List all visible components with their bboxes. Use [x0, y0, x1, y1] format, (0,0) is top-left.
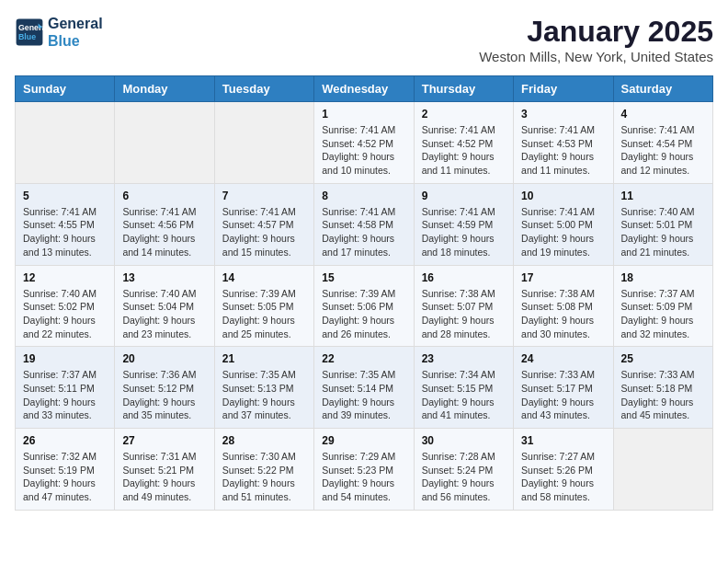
- calendar-cell: 1Sunrise: 7:41 AMSunset: 4:52 PMDaylight…: [314, 102, 414, 184]
- logo-icon: General Blue: [15, 17, 44, 47]
- day-number: 4: [621, 108, 705, 121]
- day-number: 6: [122, 190, 206, 202]
- calendar-body: 1Sunrise: 7:41 AMSunset: 4:52 PMDaylight…: [16, 102, 713, 511]
- weekday-row: SundayMondayTuesdayWednesdayThursdayFrid…: [16, 76, 713, 102]
- day-number: 23: [422, 352, 506, 365]
- weekday-header-thursday: Thursday: [414, 76, 513, 102]
- logo-text-blue: Blue: [48, 32, 103, 50]
- day-info: Sunrise: 7:34 AMSunset: 5:15 PMDaylight:…: [422, 368, 506, 422]
- calendar-cell: 4Sunrise: 7:41 AMSunset: 4:54 PMDaylight…: [613, 102, 712, 184]
- calendar-cell: 7Sunrise: 7:41 AMSunset: 4:57 PMDaylight…: [214, 183, 313, 265]
- day-number: 11: [621, 190, 705, 202]
- calendar-cell: 31Sunrise: 7:27 AMSunset: 5:26 PMDayligh…: [514, 429, 613, 511]
- calendar-cell: 3Sunrise: 7:41 AMSunset: 4:53 PMDaylight…: [514, 102, 613, 184]
- day-number: 2: [422, 108, 506, 121]
- week-row-5: 26Sunrise: 7:32 AMSunset: 5:19 PMDayligh…: [16, 429, 713, 511]
- calendar-cell: 9Sunrise: 7:41 AMSunset: 4:59 PMDaylight…: [414, 183, 513, 265]
- calendar-cell: [115, 102, 214, 184]
- title-block: January 2025 Weston Mills, New York, Uni…: [479, 15, 713, 64]
- calendar-cell: 12Sunrise: 7:40 AMSunset: 5:02 PMDayligh…: [16, 265, 115, 347]
- day-info: Sunrise: 7:33 AMSunset: 5:17 PMDaylight:…: [521, 368, 605, 422]
- day-number: 12: [23, 271, 107, 284]
- calendar-cell: 25Sunrise: 7:33 AMSunset: 5:18 PMDayligh…: [613, 347, 712, 429]
- weekday-header-tuesday: Tuesday: [214, 76, 313, 102]
- calendar-cell: [16, 102, 115, 184]
- day-info: Sunrise: 7:41 AMSunset: 4:52 PMDaylight:…: [322, 123, 405, 178]
- calendar-cell: 20Sunrise: 7:36 AMSunset: 5:12 PMDayligh…: [115, 347, 214, 429]
- location-text: Weston Mills, New York, United States: [479, 49, 713, 64]
- day-number: 28: [222, 434, 306, 447]
- day-info: Sunrise: 7:39 AMSunset: 5:06 PMDaylight:…: [322, 287, 405, 341]
- day-number: 20: [122, 352, 206, 365]
- weekday-header-wednesday: Wednesday: [314, 76, 414, 102]
- day-number: 29: [322, 434, 405, 447]
- day-info: Sunrise: 7:41 AMSunset: 5:00 PMDaylight:…: [521, 205, 605, 259]
- calendar-cell: 2Sunrise: 7:41 AMSunset: 4:52 PMDaylight…: [414, 102, 513, 184]
- weekday-header-monday: Monday: [115, 76, 214, 102]
- svg-text:General: General: [18, 24, 44, 33]
- day-info: Sunrise: 7:28 AMSunset: 5:24 PMDaylight:…: [422, 450, 506, 504]
- day-number: 9: [422, 190, 506, 202]
- day-number: 14: [222, 271, 306, 284]
- day-info: Sunrise: 7:27 AMSunset: 5:26 PMDaylight:…: [521, 450, 605, 504]
- day-number: 19: [23, 352, 107, 365]
- day-number: 15: [322, 271, 405, 284]
- calendar-cell: 15Sunrise: 7:39 AMSunset: 5:06 PMDayligh…: [314, 265, 414, 347]
- day-number: 16: [422, 271, 506, 284]
- weekday-header-friday: Friday: [514, 76, 613, 102]
- day-number: 5: [23, 190, 107, 202]
- week-row-3: 12Sunrise: 7:40 AMSunset: 5:02 PMDayligh…: [16, 265, 713, 347]
- calendar-cell: 21Sunrise: 7:35 AMSunset: 5:13 PMDayligh…: [214, 347, 313, 429]
- month-title: January 2025: [479, 15, 713, 49]
- day-info: Sunrise: 7:41 AMSunset: 4:59 PMDaylight:…: [422, 205, 506, 259]
- day-info: Sunrise: 7:41 AMSunset: 4:54 PMDaylight:…: [621, 123, 705, 178]
- logo-text-general: General: [48, 15, 103, 32]
- calendar-cell: 6Sunrise: 7:41 AMSunset: 4:56 PMDaylight…: [115, 183, 214, 265]
- page-header: General Blue General Blue January 2025 W…: [15, 15, 713, 64]
- day-info: Sunrise: 7:33 AMSunset: 5:18 PMDaylight:…: [621, 368, 705, 422]
- day-info: Sunrise: 7:41 AMSunset: 4:56 PMDaylight:…: [122, 205, 206, 259]
- day-number: 1: [322, 108, 405, 121]
- day-number: 30: [422, 434, 506, 447]
- calendar-cell: 26Sunrise: 7:32 AMSunset: 5:19 PMDayligh…: [16, 429, 115, 511]
- day-number: 24: [521, 352, 605, 365]
- day-info: Sunrise: 7:37 AMSunset: 5:11 PMDaylight:…: [23, 368, 107, 422]
- calendar-cell: [613, 429, 712, 511]
- calendar-cell: 8Sunrise: 7:41 AMSunset: 4:58 PMDaylight…: [314, 183, 414, 265]
- day-info: Sunrise: 7:41 AMSunset: 4:53 PMDaylight:…: [521, 123, 605, 178]
- calendar-table: SundayMondayTuesdayWednesdayThursdayFrid…: [15, 75, 713, 511]
- day-info: Sunrise: 7:30 AMSunset: 5:22 PMDaylight:…: [222, 450, 306, 504]
- calendar-cell: 28Sunrise: 7:30 AMSunset: 5:22 PMDayligh…: [214, 429, 313, 511]
- week-row-2: 5Sunrise: 7:41 AMSunset: 4:55 PMDaylight…: [16, 183, 713, 265]
- calendar-cell: 30Sunrise: 7:28 AMSunset: 5:24 PMDayligh…: [414, 429, 513, 511]
- calendar-cell: [214, 102, 313, 184]
- day-number: 31: [521, 434, 605, 447]
- calendar-cell: 13Sunrise: 7:40 AMSunset: 5:04 PMDayligh…: [115, 265, 214, 347]
- weekday-header-sunday: Sunday: [16, 76, 115, 102]
- day-info: Sunrise: 7:39 AMSunset: 5:05 PMDaylight:…: [222, 287, 306, 341]
- day-number: 26: [23, 434, 107, 447]
- day-number: 18: [621, 271, 705, 284]
- day-info: Sunrise: 7:37 AMSunset: 5:09 PMDaylight:…: [621, 287, 705, 341]
- day-info: Sunrise: 7:36 AMSunset: 5:12 PMDaylight:…: [122, 368, 206, 422]
- day-info: Sunrise: 7:41 AMSunset: 4:57 PMDaylight:…: [222, 205, 306, 259]
- day-info: Sunrise: 7:40 AMSunset: 5:02 PMDaylight:…: [23, 287, 107, 341]
- calendar-cell: 23Sunrise: 7:34 AMSunset: 5:15 PMDayligh…: [414, 347, 513, 429]
- calendar-cell: 5Sunrise: 7:41 AMSunset: 4:55 PMDaylight…: [16, 183, 115, 265]
- weekday-header-saturday: Saturday: [613, 76, 712, 102]
- day-info: Sunrise: 7:38 AMSunset: 5:07 PMDaylight:…: [422, 287, 506, 341]
- day-info: Sunrise: 7:29 AMSunset: 5:23 PMDaylight:…: [322, 450, 405, 504]
- day-info: Sunrise: 7:40 AMSunset: 5:01 PMDaylight:…: [621, 205, 705, 259]
- day-number: 13: [122, 271, 206, 284]
- day-number: 7: [222, 190, 306, 202]
- day-info: Sunrise: 7:38 AMSunset: 5:08 PMDaylight:…: [521, 287, 605, 341]
- calendar-cell: 11Sunrise: 7:40 AMSunset: 5:01 PMDayligh…: [613, 183, 712, 265]
- calendar-cell: 16Sunrise: 7:38 AMSunset: 5:07 PMDayligh…: [414, 265, 513, 347]
- day-number: 8: [322, 190, 405, 202]
- calendar-cell: 22Sunrise: 7:35 AMSunset: 5:14 PMDayligh…: [314, 347, 414, 429]
- week-row-4: 19Sunrise: 7:37 AMSunset: 5:11 PMDayligh…: [16, 347, 713, 429]
- day-number: 27: [122, 434, 206, 447]
- day-number: 25: [621, 352, 705, 365]
- calendar-cell: 17Sunrise: 7:38 AMSunset: 5:08 PMDayligh…: [514, 265, 613, 347]
- day-info: Sunrise: 7:41 AMSunset: 4:55 PMDaylight:…: [23, 205, 107, 259]
